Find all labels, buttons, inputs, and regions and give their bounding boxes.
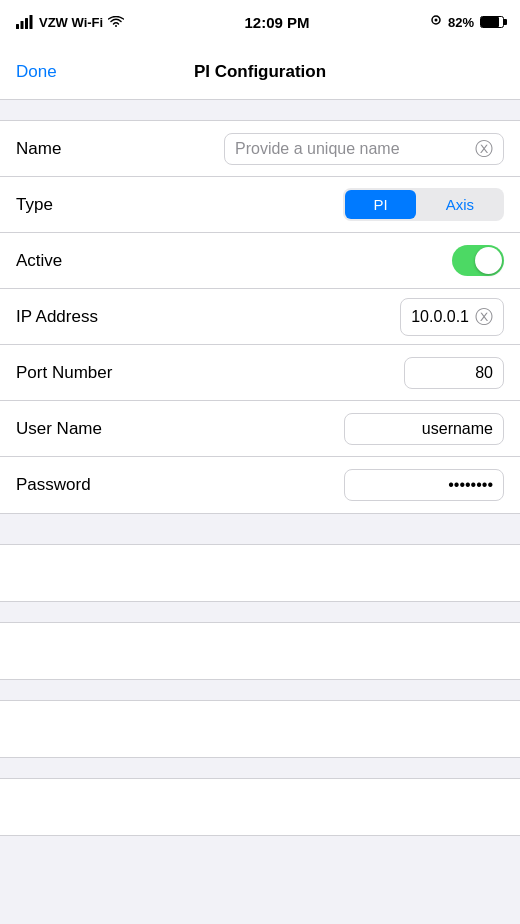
username-input[interactable] xyxy=(344,413,504,445)
name-label: Name xyxy=(16,139,136,159)
empty-row-4 xyxy=(0,779,520,835)
toggle-thumb xyxy=(475,247,502,274)
battery-icon xyxy=(480,16,504,28)
port-row: Port Number xyxy=(0,345,520,401)
battery-percent: 82% xyxy=(448,15,474,30)
empty-section-1 xyxy=(0,544,520,602)
svg-point-5 xyxy=(434,19,437,22)
signal-icon xyxy=(16,15,34,29)
ip-label: IP Address xyxy=(16,307,136,327)
name-placeholder: Provide a unique name xyxy=(235,140,469,158)
form-section-main: Name Provide a unique name ⓧ Type PI Axi… xyxy=(0,120,520,514)
ip-value-wrapper: 10.0.0.1 ⓧ xyxy=(136,298,504,336)
active-row: Active xyxy=(0,233,520,289)
username-label: User Name xyxy=(16,419,136,439)
active-toggle-container xyxy=(452,245,504,276)
location-icon xyxy=(430,15,442,29)
name-input-container[interactable]: Provide a unique name ⓧ xyxy=(224,133,504,165)
ip-row: IP Address 10.0.0.1 ⓧ xyxy=(0,289,520,345)
ip-clear-button[interactable]: ⓧ xyxy=(475,305,493,329)
empty-row-3 xyxy=(0,701,520,757)
svg-rect-2 xyxy=(25,18,28,29)
type-axis-button[interactable]: Axis xyxy=(418,190,502,219)
carrier-wifi: VZW Wi-Fi xyxy=(16,15,124,30)
port-value-wrapper xyxy=(136,357,504,389)
done-button[interactable]: Done xyxy=(16,62,57,82)
type-segmented-wrapper: PI Axis xyxy=(136,188,504,221)
empty-section-3 xyxy=(0,700,520,758)
password-label: Password xyxy=(16,475,136,495)
battery-area: 82% xyxy=(430,15,504,30)
type-label: Type xyxy=(16,195,136,215)
port-input[interactable] xyxy=(404,357,504,389)
svg-rect-0 xyxy=(16,24,19,29)
password-row: Password xyxy=(0,457,520,513)
type-pi-button[interactable]: PI xyxy=(345,190,415,219)
empty-row-2 xyxy=(0,623,520,679)
password-value-wrapper xyxy=(136,469,504,501)
empty-section-4 xyxy=(0,778,520,836)
svg-rect-1 xyxy=(21,21,24,29)
password-input[interactable] xyxy=(344,469,504,501)
username-value-wrapper xyxy=(136,413,504,445)
nav-bar: Done PI Configuration xyxy=(0,44,520,100)
type-row: Type PI Axis xyxy=(0,177,520,233)
ip-input-container[interactable]: 10.0.0.1 ⓧ xyxy=(400,298,504,336)
port-label: Port Number xyxy=(16,363,136,383)
status-bar: VZW Wi-Fi 12:09 PM 82% xyxy=(0,0,520,44)
username-row: User Name xyxy=(0,401,520,457)
ip-value: 10.0.0.1 xyxy=(411,308,469,326)
active-toggle[interactable] xyxy=(452,245,504,276)
clock: 12:09 PM xyxy=(245,14,310,31)
name-field-wrapper: Provide a unique name ⓧ xyxy=(136,133,504,165)
svg-rect-3 xyxy=(30,15,33,29)
type-segmented-control: PI Axis xyxy=(343,188,504,221)
active-label: Active xyxy=(16,251,136,271)
wifi-icon xyxy=(108,16,124,28)
empty-row-1 xyxy=(0,545,520,601)
page-title: PI Configuration xyxy=(194,62,326,82)
active-toggle-wrapper xyxy=(136,245,504,276)
carrier-label: VZW Wi-Fi xyxy=(39,15,103,30)
name-clear-button[interactable]: ⓧ xyxy=(475,140,493,158)
name-row: Name Provide a unique name ⓧ xyxy=(0,121,520,177)
empty-section-2 xyxy=(0,622,520,680)
